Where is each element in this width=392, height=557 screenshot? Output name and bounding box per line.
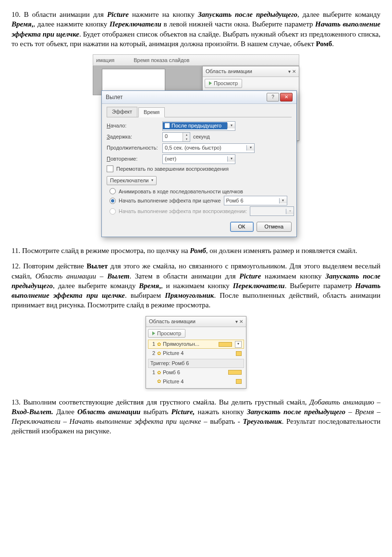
dropdown-icon[interactable]: ▾ [288, 69, 291, 74]
delay-spinner[interactable]: 0 ▴▾ [162, 132, 190, 142]
tab-effect[interactable]: Эффект [107, 107, 137, 117]
radio-onclick-label: Начать выполнение эффекта при щелчке [119, 197, 221, 204]
label-delay: Задержка: [107, 133, 159, 140]
repeat-select[interactable]: (нет)▾ [162, 154, 235, 164]
close-button[interactable]: ✕ [280, 93, 293, 101]
effect-icon: ✿ [157, 378, 161, 385]
triggers-button[interactable]: Переключатели [107, 176, 157, 185]
screenshot-2: Область анимации ▾ ✕ Просмотр 1✿ Прямоуг… [146, 316, 246, 389]
trigger-header: Триггер: Ромб 6 [148, 359, 244, 368]
unit-seconds: секунд [193, 133, 210, 140]
effect-icon: ✿ [157, 341, 161, 348]
ribbon-tab[interactable]: имация [96, 57, 114, 64]
preview-button[interactable]: Просмотр [205, 79, 242, 88]
start-select[interactable]: После предыдущего▾ [162, 121, 235, 131]
screenshot-1: имация Время показа слайдов Область аним… [93, 54, 299, 237]
preview-button[interactable]: Просмотр [148, 329, 185, 338]
label-duration: Продолжительность: [107, 144, 159, 152]
rewind-label: Перемотать по завершении воспроизведения [116, 165, 229, 173]
anim-item[interactable]: 2✿ Picture 4 [148, 349, 244, 358]
radio-onplay[interactable] [110, 208, 116, 215]
ribbon-tabs: имация Время показа слайдов [93, 54, 299, 66]
anim-item[interactable]: 1✿ Ромб 6 [148, 368, 244, 377]
paragraph-10: 10. В области анимации для Picture нажми… [12, 10, 380, 49]
effect-icon: ✿ [157, 369, 161, 376]
radio-onclick[interactable] [110, 198, 116, 204]
rewind-checkbox[interactable] [107, 165, 113, 172]
effect-dialog: Вылет ? ✕ Эффект Время Начало: После пре… [101, 90, 297, 237]
ribbon-tab[interactable]: Время показа слайдов [134, 57, 189, 64]
radio-seq[interactable] [110, 188, 116, 194]
anim-item[interactable]: ✿ Picture 4 [148, 377, 244, 386]
pane-title: Область анимации [206, 68, 252, 75]
pane-title: Область анимации [149, 318, 196, 325]
onplay-target-select: ▾ [250, 206, 294, 216]
dropdown-icon[interactable]: ▾ [235, 319, 238, 324]
onclick-target-select[interactable]: Ромб 6▾ [224, 196, 287, 205]
radio-onplay-label: Начать выполнение эффекта при воспроизве… [119, 208, 247, 215]
label-start: Начало: [107, 122, 159, 129]
paragraph-13: 13. Выполним соответствующие действия дл… [12, 397, 380, 436]
close-icon[interactable]: ✕ [239, 319, 243, 324]
anim-item[interactable]: 1✿ Прямоугольн... ▾ [148, 340, 244, 349]
radio-seq-label: Анимировать в ходе последовательности ще… [119, 188, 243, 195]
cancel-button[interactable]: Отмена [257, 222, 292, 232]
help-button[interactable]: ? [267, 93, 279, 101]
close-icon[interactable]: ✕ [292, 69, 296, 74]
effect-icon: ✿ [157, 350, 161, 357]
tab-time[interactable]: Время [138, 107, 165, 117]
duration-select[interactable]: 0,5 сек. (очень быстро)▾ [162, 143, 255, 153]
paragraph-12: 12. Повторим действие Вылет для этого же… [12, 261, 380, 310]
ok-button[interactable]: ОК [230, 222, 254, 232]
dialog-title: Вылет [106, 93, 122, 101]
chevron-down-icon[interactable]: ▾ [235, 341, 242, 348]
label-repeat: Повторение: [107, 155, 159, 163]
paragraph-11: 11. Посмотрите слайд в режиме просмотра,… [12, 246, 380, 255]
